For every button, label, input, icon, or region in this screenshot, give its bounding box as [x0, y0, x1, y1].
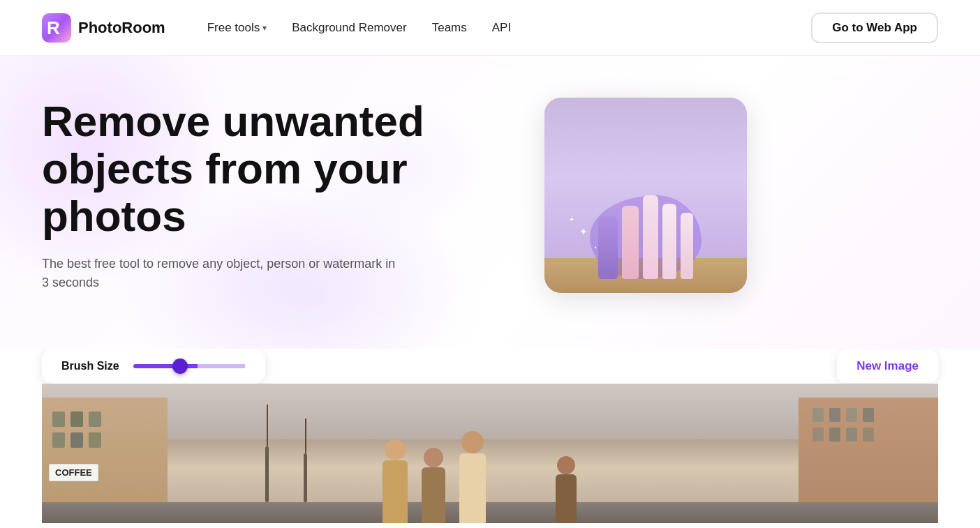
new-image-button[interactable]: New Image: [837, 349, 938, 383]
person-2-body: [422, 467, 445, 523]
slider-thumb[interactable]: [172, 359, 188, 374]
product-bottle-1: [598, 216, 618, 279]
person-3: [459, 431, 486, 523]
person-3-body: [459, 453, 486, 523]
nav-links: Free tools ▾ Background Remover Teams AP…: [207, 21, 812, 35]
logo-link[interactable]: R PhotoRoom: [42, 13, 165, 43]
navigation: R PhotoRoom Free tools ▾ Background Remo…: [0, 0, 980, 56]
brush-control: Brush Size: [42, 349, 265, 384]
person-2-head: [424, 448, 443, 467]
street-scene: COFFEE: [42, 384, 938, 523]
person-1: [383, 439, 408, 523]
chevron-down-icon: ▾: [262, 23, 267, 33]
person-4-body: [556, 474, 577, 523]
tool-section: Brush Size New Image: [0, 349, 980, 523]
nav-free-tools[interactable]: Free tools ▾: [207, 21, 267, 35]
nav-api[interactable]: API: [492, 21, 511, 35]
logo-icon: R: [42, 13, 71, 43]
logo-text: PhotoRoom: [78, 19, 165, 37]
hero-subtitle: The best free tool to remove any object,…: [42, 255, 405, 292]
nav-teams[interactable]: Teams: [432, 21, 467, 35]
hero-image: ✦ ✦ ⋆: [544, 98, 747, 293]
coffee-sign: COFFEE: [49, 464, 98, 481]
sparkle-icon-3: ⋆: [593, 243, 597, 251]
demo-image: COFFEE: [42, 384, 938, 523]
hero-section: Remove unwanted objects from your photos…: [0, 56, 980, 349]
person-1-head: [385, 439, 406, 460]
people-area: [147, 412, 812, 523]
brush-bar: Brush Size New Image: [42, 349, 938, 384]
brush-size-slider[interactable]: [133, 364, 245, 368]
sparkle-icon-1: ✦: [579, 226, 588, 237]
person-1-body: [383, 460, 408, 523]
brush-size-label: Brush Size: [61, 360, 119, 372]
product-bottle-3: [643, 195, 658, 279]
product-bottle-4: [662, 204, 676, 279]
person-4-head: [557, 456, 575, 474]
product-bottle-5: [681, 213, 693, 279]
nav-background-remover[interactable]: Background Remover: [292, 21, 406, 35]
person-3-head: [461, 431, 484, 453]
hero-title: Remove unwanted objects from your photos: [42, 98, 503, 241]
go-to-web-app-button[interactable]: Go to Web App: [811, 13, 938, 43]
person-4: [556, 456, 577, 523]
slider-track-unfilled: [198, 364, 244, 368]
product-bottle-2: [622, 206, 639, 279]
sparkle-icon-2: ✦: [569, 216, 574, 223]
hero-content: Remove unwanted objects from your photos…: [42, 98, 503, 292]
svg-text:R: R: [47, 17, 60, 38]
product-container: ✦ ✦ ⋆: [544, 98, 747, 293]
person-2: [422, 448, 445, 523]
product-image-card: ✦ ✦ ⋆: [544, 98, 747, 293]
